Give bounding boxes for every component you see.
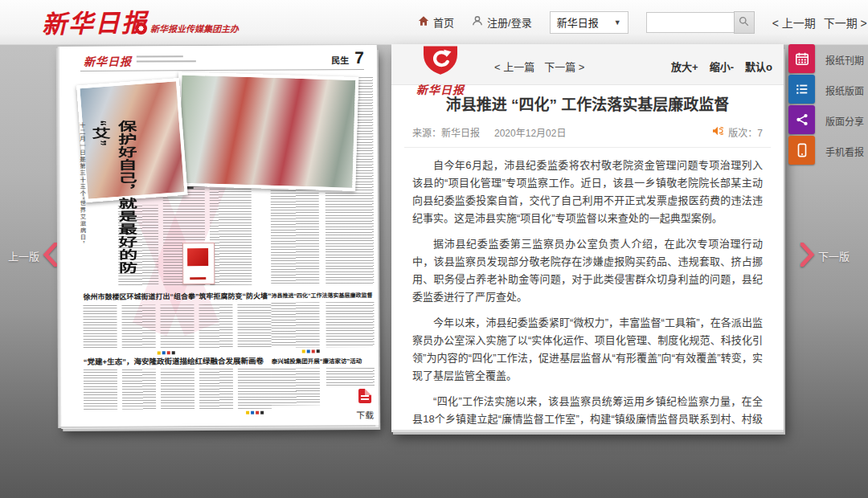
article-paragraph: 据沛县纪委监委第三监察员办公室负责人介绍，在此次专项治理行动中，该县监察员发现部… — [412, 235, 763, 306]
article-body: 自今年6月起，沛县纪委监委将农村敬老院资金管理问题专项治理列入该县的“项目化管理… — [412, 157, 763, 430]
phone-icon — [795, 143, 809, 157]
aids-poster-image — [182, 243, 215, 284]
text-column — [238, 369, 272, 409]
vertical-headline: 保护好自己，就是最好的防“艾” — [87, 120, 140, 293]
share-icon — [795, 112, 809, 127]
prev-article-button[interactable]: < 上一篇 — [494, 59, 534, 74]
article-meta: 来源：新华日报 2020年12月02日 版次：7 — [412, 125, 763, 139]
toolbar-label[interactable]: 版面分享 — [825, 114, 864, 128]
text-column — [272, 368, 320, 405]
prev-page-label: 上一版 — [8, 248, 39, 263]
toolbar-share-button[interactable] — [788, 105, 815, 134]
newspaper-headline-selected[interactable]: 沛县推进“四化”工作法落实基层廉政监督 — [271, 291, 372, 300]
prev-page-nav[interactable]: 上一版 — [8, 243, 57, 269]
page-number: 7 — [354, 48, 364, 67]
next-page-nav[interactable]: 下一版 — [800, 243, 850, 269]
toolbar-label[interactable]: 手机看报 — [825, 145, 864, 158]
text-column — [83, 305, 117, 349]
article-paragraph: “四化”工作法实施以来，该县监察员统筹运用乡镇纪检监察力量，在全县18个乡镇建立… — [412, 393, 763, 430]
paper-select-dropdown[interactable]: 新华日报 ▼ — [550, 11, 628, 34]
list-icon — [795, 82, 809, 96]
issue-navigation: < 上一期 下一期 > — [772, 14, 867, 31]
nav-login-label: 注册/登录 — [487, 14, 532, 30]
text-column — [271, 302, 319, 347]
masthead-rule — [80, 69, 364, 71]
divider — [404, 147, 771, 148]
site-logo-subtitle: 新华报业传媒集团主办 — [135, 22, 239, 35]
nav-home-label: 首页 — [433, 14, 454, 30]
search-icon — [739, 15, 749, 30]
font-size-controls: 放大+ 缩小- 默认o — [671, 59, 772, 74]
next-page-label: 下一版 — [818, 248, 850, 263]
article-panel: 新华日报 < 上一篇 下一篇 > 放大+ 缩小- 默认o 沛县推进 “四化” 工… — [391, 44, 784, 430]
section-name: 民生 — [331, 53, 349, 66]
prev-issue-button[interactable]: < 上一期 — [772, 14, 816, 31]
toolbar-page-list-button[interactable] — [788, 75, 815, 104]
search-button[interactable] — [734, 11, 755, 34]
paper-select-value: 新华日报 — [557, 14, 599, 30]
text-column — [84, 369, 117, 410]
zoom-in-button[interactable]: 放大+ — [671, 59, 698, 74]
masthead-dateline — [137, 60, 196, 62]
news-photo-group — [175, 71, 358, 191]
newspaper-masthead: 新华日报 — [84, 53, 132, 69]
article-source: 来源：新华日报 — [412, 125, 480, 139]
nav-home[interactable]: 首页 — [418, 14, 454, 30]
xinhua-shield-logo-icon — [419, 44, 462, 78]
text-column — [122, 369, 156, 409]
article-brand-text: 新华日报 — [412, 81, 469, 97]
article-date: 2020年12月02日 — [494, 125, 566, 139]
color-registration-marks — [246, 411, 264, 414]
top-navigation: 首页 注册/登录 新华日报 ▼ < 上一期 — [418, 0, 867, 44]
color-registration-marks — [302, 349, 320, 353]
article-paragraph: 自今年6月起，沛县纪委监委将农村敬老院资金管理问题专项治理列入该县的“项目化管理… — [412, 157, 763, 227]
newspaper-headline: “党建+生态”，海安隆政街道描绘红绿融合发展新画卷 — [84, 355, 264, 367]
page-section-label: 民生 7 — [331, 48, 364, 67]
text-column — [199, 304, 232, 349]
edition-label: 版次：7 — [728, 125, 763, 139]
text-column — [161, 369, 194, 409]
chevron-down-icon: ▼ — [614, 18, 621, 27]
user-icon — [472, 15, 483, 29]
text-column — [326, 302, 374, 347]
next-issue-button[interactable]: 下一期 > — [824, 14, 867, 31]
toolbar-label[interactable]: 报纸刊期 — [825, 53, 864, 67]
nav-login[interactable]: 注册/登录 — [472, 14, 532, 30]
text-column — [237, 304, 271, 349]
toolbar-mobile-button[interactable] — [788, 136, 815, 165]
text-column — [160, 304, 194, 349]
newspaper-headline: 泰兴城投集团开展“廉洁家访”活动 — [272, 356, 362, 365]
text-column — [199, 369, 233, 409]
vertical-kicker: 十二月一日是第三十三个“世界艾滋病日” — [77, 122, 87, 279]
pdf-download-button[interactable]: 下载 — [350, 389, 379, 421]
next-article-button[interactable]: 下一篇 > — [544, 59, 584, 74]
calendar-icon — [795, 51, 809, 66]
newspaper-headline: 徐州市鼓楼区环城街道打出“组合拳”筑牢拒腐防变“防火墙” — [83, 291, 271, 302]
color-registration-marks — [158, 351, 175, 354]
search-input[interactable] — [646, 12, 734, 33]
article-paragraph: 今年以来，沛县纪委监委紧盯“微权力”，丰富监督“工具箱”，在各派出监察员办公室深… — [412, 314, 763, 385]
newspaper-page-preview[interactable]: 新华日报 民生 7 十二月一日是第三十三个“世界艾滋病日” 保护好自己，就是最好… — [59, 45, 379, 427]
masthead-dateline — [137, 55, 183, 57]
toolbar-label[interactable]: 报纸版面 — [825, 84, 864, 97]
speaker-icon[interactable] — [712, 126, 723, 138]
page-background: 新华日报 新华报业传媒集团主办 首页 注册/登录 新华日报 ▼ — [0, 0, 868, 498]
search-area — [646, 12, 755, 33]
chevron-right-icon — [800, 243, 815, 269]
press-group-seal-icon — [135, 22, 147, 35]
pdf-download-label: 下载 — [350, 408, 379, 421]
site-logo: 新华日报 — [42, 2, 149, 40]
text-column — [121, 304, 155, 349]
chevron-left-icon — [43, 243, 57, 269]
pdf-icon — [358, 389, 371, 403]
text-column — [326, 368, 375, 387]
article-brand: 新华日报 — [412, 44, 469, 97]
zoom-out-button[interactable]: 缩小- — [710, 59, 734, 74]
zoom-reset-button[interactable]: 默认o — [745, 59, 772, 74]
article-navigation: < 上一篇 下一篇 > — [494, 59, 584, 74]
toolbar-issue-calendar-button[interactable] — [788, 44, 815, 73]
home-icon — [418, 15, 429, 29]
site-header: 新华日报 新华报业传媒集团主办 首页 注册/登录 新华日报 ▼ — [0, 0, 868, 45]
